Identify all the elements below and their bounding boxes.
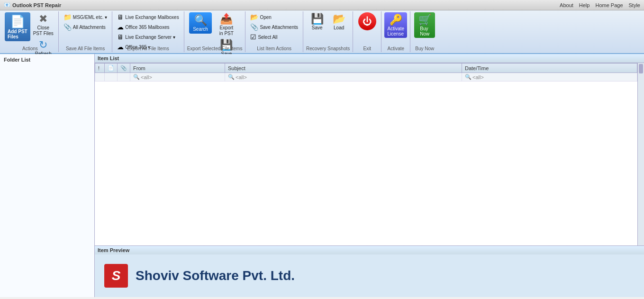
folder-list-title: Folder List xyxy=(2,56,92,63)
select-all-icon: ☑ xyxy=(250,33,256,41)
item-table-scroll[interactable]: ! 📄 📎 From Subject Date/Time xyxy=(95,63,637,245)
export-selected-label: Export Selected File Items xyxy=(187,45,243,51)
filter-flag xyxy=(95,73,105,82)
item-table: ! 📄 📎 From Subject Date/Time xyxy=(95,63,637,82)
close-pst-label: ClosePST Files xyxy=(33,25,54,36)
buy-now-button[interactable]: 🛒 BuyNow xyxy=(414,12,435,38)
col-type[interactable]: 📄 xyxy=(105,63,118,73)
col-attach[interactable]: 📎 xyxy=(118,63,130,73)
buy-icon: 🛒 xyxy=(418,14,431,26)
actions-content: 📄 Add PSTFiles ✖ ClosePST Files ↻ Refres… xyxy=(5,12,55,45)
ribbon-group-export-selected: 🔍 Search 📤 Exportin PST 💾 Save Items ▾ E… xyxy=(184,11,246,52)
ribbon-groups: 📄 Add PSTFiles ✖ ClosePST Files ↻ Refres… xyxy=(0,10,644,53)
filter-from[interactable]: 🔍 <all> xyxy=(130,73,225,82)
list-actions-content: 📂 Open 📎 Save Attachments ☑ Select All xyxy=(248,12,300,45)
search-button[interactable]: 🔍 Search xyxy=(189,12,212,34)
app-title-text: Outlook PST Repair xyxy=(12,2,61,8)
open-button[interactable]: 📂 Open xyxy=(248,12,300,22)
ribbon: 📄 Add PSTFiles ✖ ClosePST Files ↻ Refres… xyxy=(0,10,644,54)
content-area: Folder List Item List ! 📄 📎 From Subject xyxy=(0,54,644,297)
col-flag[interactable]: ! xyxy=(95,63,105,73)
col-datetime[interactable]: Date/Time xyxy=(462,63,637,73)
load-snapshot-button[interactable]: 📂 Load xyxy=(328,12,349,32)
filter-type xyxy=(105,73,118,82)
load-snap-icon: 📂 xyxy=(333,14,345,24)
live-exchange-server-icon: 🖥 xyxy=(117,33,124,41)
item-list-header: Item List xyxy=(95,54,644,63)
ribbon-group-buy: 🛒 BuyNow Buy Now xyxy=(410,11,439,52)
title-bar-menu: About Help Home Page Style xyxy=(560,2,640,8)
app-icon: 📧 xyxy=(4,2,10,8)
help-link[interactable]: Help xyxy=(579,2,590,8)
export-selected-content: 🔍 Search 📤 Exportin PST 💾 Save Items ▾ xyxy=(189,12,240,45)
filter-row: 🔍 <all> 🔍 <all> xyxy=(95,73,637,82)
office365-mb-label: Office 365 Mailboxes xyxy=(125,25,169,30)
add-pst-button[interactable]: 📄 Add PSTFiles xyxy=(5,12,30,41)
office365-mb-button[interactable]: ☁ Office 365 Mailboxes xyxy=(115,22,181,32)
filter-datetime[interactable]: 🔍 <all> xyxy=(462,73,637,82)
item-preview-title: Item Preview xyxy=(98,247,129,253)
item-table-wrapper: ! 📄 📎 From Subject Date/Time xyxy=(95,63,644,245)
vertical-scrollbar[interactable] xyxy=(637,63,644,245)
live-exchange-button[interactable]: 🖥 Live Exchange Mailboxes xyxy=(115,12,181,22)
about-link[interactable]: About xyxy=(560,2,573,8)
live-exchange-server-label: Live Exchange Server ▾ xyxy=(125,35,175,40)
export-pst-label: Exportin PST xyxy=(219,25,234,36)
select-all-label: Select All xyxy=(258,35,277,40)
office365-mb-icon: ☁ xyxy=(117,23,124,31)
shoviv-logo: S xyxy=(104,264,128,288)
export-pst-button[interactable]: 📤 Exportin PST xyxy=(213,12,240,38)
save-snapshot-button[interactable]: 💾 Save xyxy=(307,12,327,32)
filter-subject-search-icon: 🔍 xyxy=(228,74,235,80)
save-snap-label: Save xyxy=(312,25,323,31)
preview-section: Item Preview S Shoviv Software Pvt. Ltd. xyxy=(95,245,644,297)
actions-group-label: Actions xyxy=(22,45,38,51)
title-bar: 📧 Outlook PST Repair About Help Home Pag… xyxy=(0,0,644,10)
all-attach-icon: 📎 xyxy=(63,23,72,31)
buy-group-label: Buy Now xyxy=(415,45,434,51)
style-link[interactable]: Style xyxy=(629,2,640,8)
save-all-content: 📁 MSG/EML etc. ▾ 📎 All Attachments xyxy=(62,12,109,45)
activate-group-label: Activate xyxy=(387,45,404,51)
select-all-button[interactable]: ☑ Select All xyxy=(248,32,300,42)
export-all-content: 🖥 Live Exchange Mailboxes ☁ Office 365 M… xyxy=(115,12,181,45)
col-from[interactable]: From xyxy=(130,63,225,73)
filter-datetime-value: <all> xyxy=(472,74,484,80)
close-pst-icon: ✖ xyxy=(39,14,47,24)
homepage-link[interactable]: Home Page xyxy=(595,2,623,8)
logo-letter: S xyxy=(112,268,121,283)
all-attachments-button[interactable]: 📎 All Attachments xyxy=(62,22,109,32)
export-all-label: Export All File Items xyxy=(127,45,169,51)
list-actions-label: List Item Actions xyxy=(257,45,291,51)
col-subject[interactable]: Subject xyxy=(225,63,462,73)
exit-button[interactable]: ⏻ xyxy=(358,12,376,30)
close-pst-button[interactable]: ✖ ClosePST Files xyxy=(31,12,55,38)
load-snap-label: Load xyxy=(334,25,344,31)
filter-datetime-search-icon: 🔍 xyxy=(465,74,472,80)
ribbon-group-save-all: 📁 MSG/EML etc. ▾ 📎 All Attachments Save … xyxy=(59,11,112,52)
filter-subject[interactable]: 🔍 <all> xyxy=(225,73,462,82)
ribbon-group-recovery: 💾 Save 📂 Load Recovery Snapshots xyxy=(303,11,353,52)
save-attachments-button[interactable]: 📎 Save Attachments xyxy=(248,22,300,32)
search-label: Search xyxy=(193,27,208,32)
export-pst-icon: 📤 xyxy=(220,14,233,24)
filter-from-search-icon: 🔍 xyxy=(133,74,140,80)
app-title: 📧 Outlook PST Repair xyxy=(4,2,61,8)
list-actions-col: 📂 Open 📎 Save Attachments ☑ Select All xyxy=(248,12,300,42)
msg-eml-label: MSG/EML etc. ▾ xyxy=(73,15,107,20)
shoviv-company-name: Shoviv Software Pvt. Ltd. xyxy=(136,268,295,283)
office365-icon: ☁ xyxy=(117,43,124,51)
scrollbar-thumb xyxy=(639,64,643,73)
msg-eml-button[interactable]: 📁 MSG/EML etc. ▾ xyxy=(62,12,109,22)
live-exchange-server-button[interactable]: 🖥 Live Exchange Server ▾ xyxy=(115,32,181,42)
recovery-content: 💾 Save 📂 Load xyxy=(307,12,349,45)
activate-content: 🔑 ActivateLicense xyxy=(384,12,407,45)
activate-button[interactable]: 🔑 ActivateLicense xyxy=(384,12,407,38)
filter-subject-value: <all> xyxy=(236,74,247,80)
add-pst-label: Add PSTFiles xyxy=(8,29,27,39)
activate-label: ActivateLicense xyxy=(387,26,404,36)
ribbon-group-list-actions: 📂 Open 📎 Save Attachments ☑ Select All L… xyxy=(245,11,303,52)
refresh-icon: ↻ xyxy=(39,40,47,50)
buy-label: BuyNow xyxy=(420,26,429,36)
all-attach-label: All Attachments xyxy=(73,25,106,30)
